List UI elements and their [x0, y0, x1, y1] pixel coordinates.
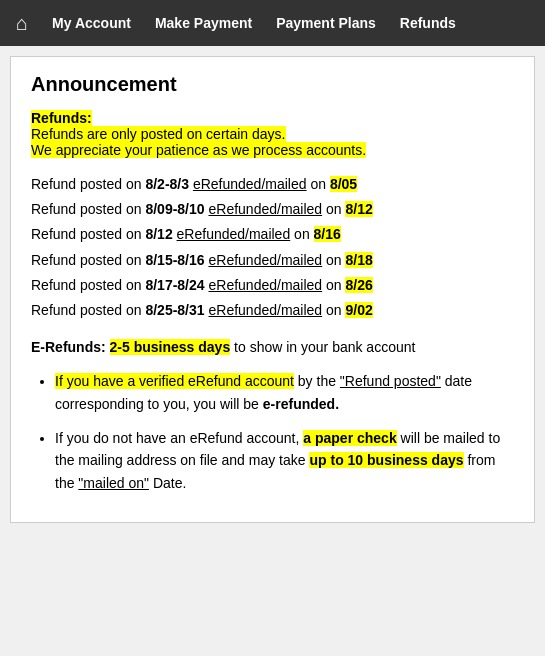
refund-line-4: Refund posted on 8/17-8/24 eRefunded/mai… — [31, 273, 514, 298]
bullet-list: If you have a verified eRefund account b… — [55, 370, 514, 494]
erefunds-days: 2-5 business days — [110, 339, 231, 355]
nav-refunds[interactable]: Refunds — [388, 0, 468, 46]
refund-line-0: Refund posted on 8/2-8/3 eRefunded/maile… — [31, 172, 514, 197]
nav-make-payment[interactable]: Make Payment — [143, 0, 264, 46]
nav-payment-plans[interactable]: Payment Plans — [264, 0, 388, 46]
refunds-label: Refunds: — [31, 110, 92, 126]
bullet-item-2: If you do not have an eRefund account, a… — [55, 427, 514, 494]
refunds-intro-2: We appreciate your patience as we proces… — [31, 142, 366, 158]
refund-line-3: Refund posted on 8/15-8/16 eRefunded/mai… — [31, 248, 514, 273]
home-icon[interactable]: ⌂ — [8, 12, 36, 35]
navigation: ⌂ My Account Make Payment Payment Plans … — [0, 0, 545, 46]
refund-line-5: Refund posted on 8/25-8/31 eRefunded/mai… — [31, 298, 514, 323]
erefunds-section: E-Refunds: 2-5 business days to show in … — [31, 337, 514, 358]
refund-line-2: Refund posted on 8/12 eRefunded/mailed o… — [31, 222, 514, 247]
announcement-block: Refunds: Refunds are only posted on cert… — [31, 110, 514, 158]
refund-line-1: Refund posted on 8/09-8/10 eRefunded/mai… — [31, 197, 514, 222]
page-title: Announcement — [31, 73, 514, 96]
nav-my-account[interactable]: My Account — [40, 0, 143, 46]
main-content: Announcement Refunds: Refunds are only p… — [10, 56, 535, 523]
bullet-item-1: If you have a verified eRefund account b… — [55, 370, 514, 415]
refunds-intro-1: Refunds are only posted on certain days. — [31, 126, 286, 142]
erefunds-suffix: to show in your bank account — [234, 339, 415, 355]
erefunds-label: E-Refunds: — [31, 339, 106, 355]
refund-lines: Refund posted on 8/2-8/3 eRefunded/maile… — [31, 172, 514, 323]
